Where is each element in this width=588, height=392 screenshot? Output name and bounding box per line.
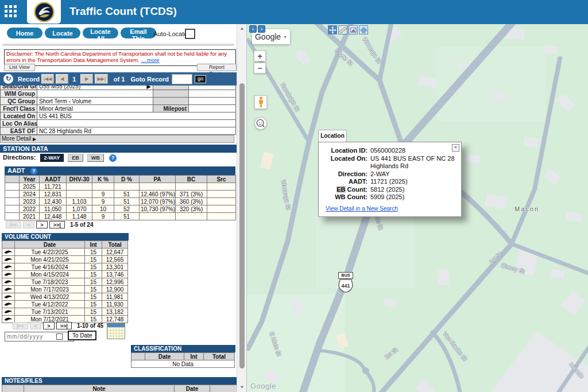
first-record-button[interactable]: |◀◀ bbox=[41, 74, 54, 84]
app-launcher-grid-icon[interactable] bbox=[5, 5, 18, 19]
aadt-next-page-button[interactable]: > bbox=[36, 221, 48, 228]
list-view-button[interactable]: List View bbox=[4, 64, 35, 71]
table-row: Mon 4/21/20251512,565 bbox=[2, 256, 128, 263]
email-this-button[interactable]: Email This bbox=[121, 28, 156, 38]
disclaimer-more-link[interactable]: ....more bbox=[141, 57, 159, 63]
volume-prev-page-button[interactable]: < bbox=[30, 322, 41, 329]
collapse-right-icon[interactable]: › bbox=[258, 25, 265, 33]
col-year: Year bbox=[20, 176, 40, 183]
prev-record-button[interactable]: ◀ bbox=[56, 74, 68, 84]
auto-locate-checkbox[interactable] bbox=[185, 29, 195, 39]
view-count-eye-icon[interactable] bbox=[2, 249, 15, 256]
street-view-face-button[interactable] bbox=[254, 117, 267, 130]
current-record-number: 1 bbox=[72, 76, 76, 83]
table-row: Wed 4/13/20221511,981 bbox=[2, 293, 128, 301]
wim-group-value bbox=[37, 90, 153, 98]
col-date: Date bbox=[145, 353, 184, 360]
aadt-section-header: AADT ? bbox=[5, 166, 235, 175]
aadt-first-page-button[interactable]: |<< bbox=[6, 221, 21, 228]
location-popup: Location ✕ Location ID: 0560000228 Locat… bbox=[318, 130, 462, 217]
pegman-button[interactable] bbox=[254, 95, 267, 109]
volume-first-page-button[interactable]: |<< bbox=[13, 322, 28, 329]
table-row: WIM Group bbox=[1, 90, 236, 98]
select-shape-tool-icon[interactable] bbox=[359, 25, 368, 34]
date-filter-input[interactable] bbox=[5, 332, 74, 341]
notes-files-table: Note Date bbox=[2, 385, 237, 392]
locate-button[interactable]: Locate bbox=[45, 28, 80, 38]
zoom-out-button[interactable]: − bbox=[254, 63, 266, 73]
classification-table: Date Int Total No Data bbox=[131, 352, 235, 368]
measure-tool-icon[interactable] bbox=[338, 25, 347, 34]
map-panel[interactable]: Clyde St Watauga St Randolph St Watauga … bbox=[246, 24, 588, 392]
last-record-button[interactable]: ▶▶| bbox=[95, 74, 107, 84]
view-detail-link[interactable]: View Detail in a New Search bbox=[326, 205, 398, 212]
table-row: Tue 4/12/20221511,930 bbox=[2, 301, 128, 308]
go-button[interactable]: go bbox=[195, 75, 206, 83]
aadt-help-icon[interactable]: ? bbox=[30, 168, 37, 174]
more-detail-toggle[interactable]: More Detail ▶ bbox=[0, 135, 234, 143]
record-label: Record bbox=[18, 76, 40, 83]
location-popup-tab[interactable]: Location bbox=[318, 130, 347, 142]
map-toolbar bbox=[328, 25, 368, 34]
view-count-eye-icon[interactable] bbox=[2, 301, 15, 308]
next-record-button[interactable]: ▶ bbox=[80, 74, 93, 84]
refresh-icon[interactable]: ↻ bbox=[3, 74, 13, 84]
wim-group-label: WIM Group bbox=[1, 90, 37, 98]
view-count-eye-icon[interactable] bbox=[2, 263, 15, 271]
pegman-icon bbox=[257, 96, 265, 108]
loc-on-alias-label: Loc On Alias bbox=[1, 120, 37, 127]
zoom-in-button[interactable]: + bbox=[254, 51, 266, 61]
report-center-button[interactable]: Report Center bbox=[197, 64, 237, 71]
direction-eb-button[interactable]: EB bbox=[68, 154, 83, 162]
pan-tool-icon[interactable] bbox=[328, 25, 337, 34]
direction-wb-button[interactable]: WB bbox=[87, 154, 104, 162]
view-count-eye-icon[interactable] bbox=[2, 286, 15, 293]
volume-next-page-button[interactable]: > bbox=[43, 322, 55, 329]
col-d: D % bbox=[114, 176, 140, 183]
chevron-down-icon: ▼ bbox=[283, 35, 287, 39]
east-of-label: EAST OF bbox=[1, 127, 37, 135]
qc-group-label: QC Group bbox=[1, 98, 37, 105]
magnifier-face-icon bbox=[256, 118, 266, 129]
ncdot-logo[interactable] bbox=[27, 0, 61, 24]
scroll-down-icon[interactable]: ▼ bbox=[237, 383, 247, 392]
col-int: Int bbox=[85, 241, 102, 249]
direction-label: Direction: bbox=[320, 170, 370, 178]
tcds-app: Traffic Count (TCDS) Home Locate Locate … bbox=[0, 0, 588, 392]
auto-locate-label: Auto-Locate: bbox=[153, 30, 189, 37]
view-count-eye-icon[interactable] bbox=[2, 271, 15, 278]
home-button[interactable]: Home bbox=[7, 28, 42, 38]
station-data-header: STATION DATA bbox=[0, 145, 237, 153]
close-icon[interactable]: ✕ bbox=[452, 144, 459, 152]
to-date-button[interactable]: To Date bbox=[68, 331, 96, 340]
aadt-prev-page-button[interactable]: < bbox=[23, 221, 34, 228]
record-nav-bar: ↻ Record |◀◀ ◀ 1 ▶ ▶▶| of 1 Goto Record … bbox=[0, 72, 237, 86]
print-map-tool-icon[interactable] bbox=[349, 25, 358, 34]
scrollbar-thumb[interactable] bbox=[239, 83, 245, 368]
calendar-widget-icon[interactable] bbox=[107, 323, 125, 339]
table-row: 202511,721 bbox=[5, 183, 236, 191]
aadt-last-page-button[interactable]: >>| bbox=[49, 221, 65, 228]
left-panel-scrollbar[interactable]: ▲ ▼ bbox=[237, 24, 247, 392]
eb-count-label: EB Count: bbox=[320, 186, 370, 194]
locate-all-button[interactable]: Locate All bbox=[83, 28, 118, 38]
collapse-left-icon[interactable]: ‹ bbox=[249, 25, 257, 33]
volume-last-page-button[interactable]: >>| bbox=[56, 322, 72, 329]
classification-header: CLASSIFICATION bbox=[131, 345, 235, 352]
view-count-eye-icon[interactable] bbox=[2, 256, 15, 263]
col-bc: BC bbox=[176, 176, 207, 183]
view-count-eye-icon[interactable] bbox=[2, 293, 15, 301]
table-header-row: Date Int Total bbox=[131, 353, 235, 360]
view-count-eye-icon[interactable] bbox=[2, 308, 15, 316]
table-row: Tue 7/13/20211513,182 bbox=[2, 308, 128, 316]
scroll-up-icon[interactable]: ▲ bbox=[237, 24, 247, 33]
aadt-table: Year AADT DHV-30 K % D % PA BC Src 20251… bbox=[5, 175, 236, 220]
view-count-eye-icon[interactable] bbox=[2, 278, 15, 286]
direction-2way-button[interactable]: 2-WAY bbox=[40, 154, 64, 162]
location-popup-body: ✕ Location ID: 0560000228 Located On: US… bbox=[318, 142, 462, 217]
directions-help-icon[interactable]: ? bbox=[109, 154, 117, 162]
table-row: 202112,4481,148951 bbox=[5, 213, 236, 220]
goto-record-input[interactable] bbox=[172, 74, 192, 84]
direction-value: 2-WAY bbox=[370, 170, 458, 178]
place-label-macon: Macon bbox=[514, 205, 539, 212]
